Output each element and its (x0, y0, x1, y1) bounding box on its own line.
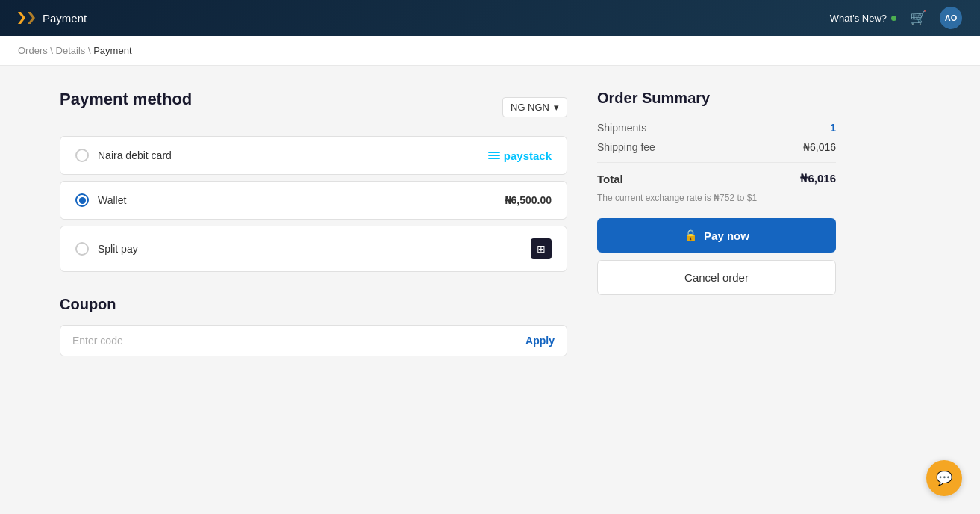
paystack-lines-icon (488, 152, 500, 159)
logo-icon (18, 12, 35, 24)
header: Payment What's New? 🛒 AO (0, 0, 980, 36)
cancel-order-button[interactable]: Cancel order (597, 260, 836, 295)
payment-option-split-pay[interactable]: Split pay ⊞ (60, 226, 567, 272)
breadcrumb-details[interactable]: Details (56, 45, 86, 56)
lock-icon: 🔒 (684, 229, 698, 242)
split-pay-icon: ⊞ (531, 238, 552, 259)
header-title: Payment (43, 12, 87, 25)
breadcrumb: Orders \ Details \ Payment (18, 45, 962, 56)
payment-option-wallet[interactable]: Wallet ₦6,500.00 (60, 181, 567, 220)
total-value: ₦6,016 (800, 172, 836, 185)
paystack-text: paystack (504, 149, 552, 162)
coupon-input-wrapper: Apply (60, 325, 567, 356)
breadcrumb-separator-1: \ (50, 45, 55, 56)
breadcrumb-bar: Orders \ Details \ Payment (0, 36, 980, 66)
payment-option-naira-debit[interactable]: Naira debit card paystack (60, 136, 567, 175)
right-panel: Order Summary Shipments 1 Shipping fee ₦… (597, 90, 836, 356)
order-summary-title: Order Summary (597, 90, 836, 107)
wallet-option-left: Wallet (75, 193, 126, 207)
notification-dot (891, 16, 896, 21)
shipping-fee-row: Shipping fee ₦6,016 (597, 141, 836, 153)
left-panel: Payment method NG NGN ▾ Naira debit card… (60, 90, 567, 356)
total-label: Total (597, 173, 623, 185)
avatar[interactable]: AO (940, 7, 962, 29)
coupon-title: Coupon (60, 296, 567, 313)
main-content: Payment method NG NGN ▾ Naira debit card… (0, 66, 980, 380)
shipping-fee-value: ₦6,016 (803, 141, 836, 153)
apply-coupon-button[interactable]: Apply (525, 335, 555, 347)
wallet-amount: ₦6,500.00 (505, 194, 552, 206)
split-pay-option-left: Split pay (75, 242, 138, 256)
radio-wallet (75, 193, 89, 207)
currency-selector[interactable]: NG NGN ▾ (502, 97, 567, 117)
split-pay-label: Split pay (98, 243, 138, 255)
paystack-logo: paystack (488, 149, 552, 162)
radio-naira-debit (75, 149, 89, 162)
chevron-down-icon: ▾ (554, 102, 559, 113)
wallet-label: Wallet (98, 194, 126, 206)
shipments-row: Shipments 1 (597, 122, 836, 134)
shipments-value: 1 (830, 122, 836, 134)
payment-method-title: Payment method (60, 90, 192, 109)
payment-method-header: Payment method NG NGN ▾ (60, 90, 567, 124)
pay-now-label: Pay now (704, 229, 749, 242)
shipments-label: Shipments (597, 122, 646, 134)
shipping-fee-label: Shipping fee (597, 141, 655, 153)
chat-bubble[interactable]: 💬 (926, 460, 962, 496)
pay-now-button[interactable]: 🔒 Pay now (597, 218, 836, 253)
header-left: Payment (18, 12, 87, 25)
payment-option-left: Naira debit card (75, 149, 172, 162)
breadcrumb-current: Payment (93, 45, 131, 56)
cart-icon[interactable]: 🛒 (910, 10, 926, 26)
summary-divider (597, 162, 836, 163)
radio-inner (79, 197, 86, 204)
exchange-rate: The current exchange rate is ₦752 to $1 (597, 193, 836, 203)
total-row: Total ₦6,016 (597, 172, 836, 185)
radio-split-pay (75, 242, 89, 256)
breadcrumb-orders[interactable]: Orders (18, 45, 48, 56)
currency-label: NG NGN (511, 102, 549, 113)
coupon-input[interactable] (72, 335, 525, 347)
coupon-section: Coupon Apply (60, 296, 567, 356)
chat-icon: 💬 (936, 470, 952, 486)
header-right: What's New? 🛒 AO (830, 7, 962, 29)
naira-debit-label: Naira debit card (98, 149, 172, 161)
whats-new-button[interactable]: What's New? (830, 13, 896, 24)
